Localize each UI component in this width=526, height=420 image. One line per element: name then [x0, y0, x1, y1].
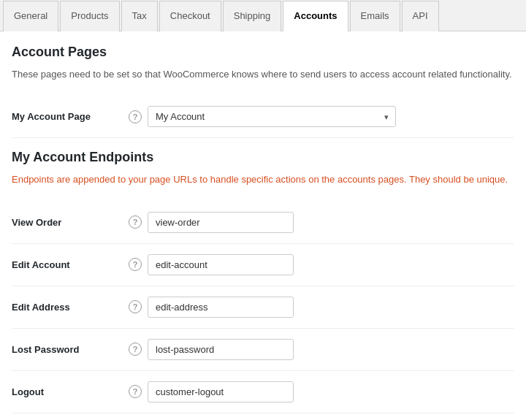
endpoint-field-logout: ? — [129, 381, 514, 402]
endpoint-field-edit-account: ? — [129, 254, 514, 275]
account-pages-description: These pages need to be set so that WooCo… — [12, 67, 514, 82]
my-account-page-select[interactable]: My AccountShopCartCheckout — [148, 106, 396, 127]
endpoint-help-icon-view-order[interactable]: ? — [129, 215, 142, 229]
endpoint-row-logout: Logout? — [12, 370, 514, 413]
endpoint-input-lost-password[interactable] — [148, 339, 294, 360]
endpoint-row-lost-password: Lost Password? — [12, 328, 514, 370]
tab-shipping[interactable]: Shipping — [223, 1, 282, 31]
endpoint-row-edit-address: Edit Address? — [12, 286, 514, 328]
endpoint-help-icon-logout[interactable]: ? — [129, 385, 142, 398]
tab-emails[interactable]: Emails — [350, 1, 400, 31]
tab-api[interactable]: API — [402, 1, 439, 31]
account-pages-title: Account Pages — [12, 45, 514, 60]
tab-general[interactable]: General — [3, 1, 58, 31]
tab-products[interactable]: Products — [60, 1, 119, 31]
endpoints-title: My Account Endpoints — [12, 150, 514, 165]
endpoint-help-icon-edit-account[interactable]: ? — [129, 258, 142, 271]
account-pages-table: My Account Page ? My AccountShopCartChec… — [12, 96, 514, 138]
my-account-page-select-wrapper: My AccountShopCartCheckout ▾ — [148, 106, 396, 127]
endpoint-field-view-order: ? — [129, 212, 514, 233]
endpoint-row-edit-account: Edit Account? — [12, 243, 514, 286]
my-account-page-field: ? My AccountShopCartCheckout ▾ — [129, 106, 514, 127]
endpoint-label-lost-password: Lost Password — [12, 344, 79, 355]
endpoints-table: View Order?Edit Account?Edit Address?Los… — [12, 202, 514, 413]
endpoint-field-lost-password: ? — [129, 339, 514, 360]
endpoint-row-view-order: View Order? — [12, 202, 514, 244]
tabs-bar: GeneralProductsTaxCheckoutShippingAccoun… — [0, 0, 526, 31]
endpoint-help-icon-edit-address[interactable]: ? — [129, 300, 142, 313]
endpoint-input-view-order[interactable] — [148, 212, 294, 233]
settings-page: GeneralProductsTaxCheckoutShippingAccoun… — [0, 0, 526, 420]
my-account-page-row: My Account Page ? My AccountShopCartChec… — [12, 96, 514, 138]
tab-accounts[interactable]: Accounts — [283, 1, 348, 31]
endpoint-input-logout[interactable] — [148, 381, 294, 402]
my-account-page-label: My Account Page — [12, 111, 91, 122]
tab-checkout[interactable]: Checkout — [159, 1, 221, 31]
endpoint-input-edit-address[interactable] — [148, 297, 294, 318]
endpoint-label-logout: Logout — [12, 386, 44, 397]
endpoint-label-edit-account: Edit Account — [12, 259, 70, 270]
endpoints-description: Endpoints are appended to your page URLs… — [12, 172, 514, 187]
settings-content: Account Pages These pages need to be set… — [0, 31, 526, 421]
endpoint-label-view-order: View Order — [12, 217, 61, 228]
endpoint-input-edit-account[interactable] — [148, 254, 294, 275]
endpoint-field-edit-address: ? — [129, 297, 514, 318]
my-account-page-help-icon[interactable]: ? — [129, 110, 142, 123]
tab-tax[interactable]: Tax — [121, 1, 158, 31]
endpoint-label-edit-address: Edit Address — [12, 302, 70, 313]
endpoint-help-icon-lost-password[interactable]: ? — [129, 343, 142, 356]
